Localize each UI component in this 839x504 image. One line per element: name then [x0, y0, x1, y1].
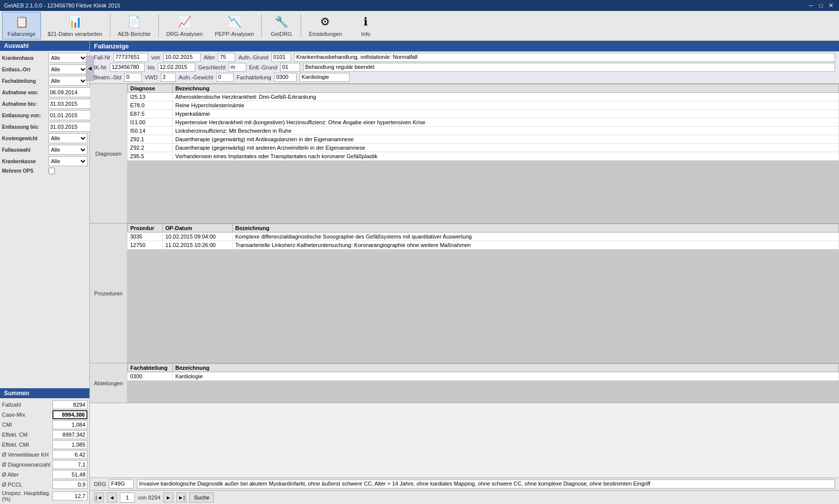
prozedur-text: Komplexe differenzialdiagnostische Sonog… [233, 233, 839, 241]
nav-last-btn[interactable]: ►| [176, 493, 186, 503]
of-total: von 8294 [138, 495, 160, 501]
table-row[interactable]: 0300Kardiologie [128, 372, 839, 381]
fallauswahl-select[interactable]: Alle [48, 145, 87, 155]
drg-label: DRG [94, 481, 106, 487]
diagnosen-col-code: Diagnose [128, 84, 173, 93]
nav-prev-btn[interactable]: ◄ [107, 493, 117, 503]
table-row[interactable]: I25.13Atherosklerotische Herzkrankheit: … [128, 93, 839, 101]
vwd-kh-label: Ø Verweildauer KH [2, 452, 49, 458]
unspez-row: Unspez. Hauptdiag. (%) [2, 490, 87, 502]
nav-first-btn[interactable]: |◄ [94, 493, 104, 503]
alter-sum-value[interactable] [52, 470, 87, 479]
beatm-std-value: 0 [124, 73, 142, 82]
window-controls[interactable]: ─ □ ✕ [807, 1, 835, 9]
diagnose-code: Z95.5 [128, 152, 173, 161]
toolbar-btn-fallanzeige[interactable]: 📋 Fallanzeige [2, 12, 41, 39]
diagnose-text: Reine Hypercholesterinämie [173, 101, 839, 110]
collapse-arrow[interactable]: ◄ [86, 56, 94, 81]
table-row[interactable]: Z95.5Vorhandensein eines Implantates ode… [128, 152, 839, 161]
toolbar-btn-einstellungen[interactable]: ⚙ Einstellungen [303, 12, 347, 39]
getdrg-icon: 🔧 [273, 14, 289, 29]
einstellungen-icon: ⚙ [317, 14, 333, 29]
table-row[interactable]: E78.0Reine Hypercholesterinämie [128, 101, 839, 110]
drg-row: DRG F49G Invasive kardiologische Diagnos… [90, 478, 839, 490]
diagnose-code: I50.14 [128, 127, 173, 135]
mehrere-ops-checkbox[interactable] [48, 168, 55, 174]
prozeduren-col-text: Bezeichnung [233, 224, 839, 233]
minimize-btn[interactable]: ─ [807, 1, 815, 9]
abteilung-text: Kardiologie [173, 372, 839, 381]
effekt-cm-value[interactable] [52, 430, 87, 439]
right-panel: Fallanzeige Fall-Nr 77737651 von 10.02.2… [90, 41, 839, 504]
aufn-grund-text: Krankenhausbehandlung, vollstationär: No… [294, 53, 835, 62]
search-button[interactable]: Suche [189, 493, 214, 503]
diagnose-text: Hyperkaliämie [173, 110, 839, 118]
fachabt-text: Kardiologie [300, 73, 350, 82]
diagnosen-content: Diagnose Bezeichnung I25.13Atherosklerot… [127, 84, 839, 223]
table-row[interactable]: Z92.2Dauertherapie (gegenwärtig) mit and… [128, 144, 839, 152]
fallzahl-label: Fallzahl [2, 402, 21, 408]
kostengewicht-select[interactable]: Alle [48, 133, 87, 143]
toolbar-btn-s21[interactable]: 📊 $21-Daten verarbeiten [42, 12, 107, 39]
table-row[interactable]: I50.14Linksherzinsuffizienz: Mit Beschwe… [128, 127, 839, 135]
kostengewicht-label: Kostengewicht [2, 136, 47, 141]
entlass-ort-label: Entlass.-Ort [2, 67, 47, 72]
entlass-ort-select[interactable]: Alle [48, 64, 87, 74]
diagnose-code: E87.5 [128, 110, 173, 118]
table-row[interactable]: 1275011.02.2015 10:26:00Transarterielle … [128, 241, 839, 250]
table-row[interactable]: E87.5Hyperkaliämie [128, 110, 839, 118]
krankenkasse-field: Krankenkasse Alle [2, 156, 87, 166]
sections-container: Diagnosen Diagnose Bezeichnung I25.13Ath… [90, 84, 839, 478]
pccl-value[interactable] [52, 480, 87, 489]
maximize-btn[interactable]: □ [817, 1, 825, 9]
pccl-label: Ø PCCL [2, 482, 22, 488]
kostengewicht-field: Kostengewicht Alle [2, 133, 87, 143]
bis-value: 12.02.2015 [158, 63, 195, 72]
krankenkasse-select[interactable]: Alle [48, 156, 87, 166]
table-row[interactable]: I11.00Hypertensive Herzkrankheit mit (ko… [128, 118, 839, 127]
prozeduren-col-code: Prozedur [128, 224, 163, 233]
toolbar-btn-info[interactable]: ℹ Info [348, 12, 383, 39]
vwd-kh-row: Ø Verweildauer KH [2, 450, 87, 459]
diagnosenzahl-value[interactable] [52, 460, 87, 469]
entlassung-bis-input[interactable] [48, 122, 91, 132]
fallauswahl-label: Fallauswahl [2, 147, 47, 153]
geschlecht-label: Geschlecht [198, 64, 226, 70]
prozeduren-col-datum: OP-Datum [163, 224, 233, 233]
effekt-cm-row: Effekt. CM [2, 430, 87, 439]
fallanzeige-section-header: Fallanzeige [90, 41, 839, 51]
nav-next-btn[interactable]: ► [163, 493, 173, 503]
fachabteilung-select[interactable]: Alle [48, 76, 87, 86]
fachabteilung-label: Fachabteilung [2, 78, 47, 84]
unspez-value[interactable] [52, 492, 87, 501]
toolbar-btn-aeb[interactable]: 📄 AEB-Berichte [112, 12, 156, 39]
vwd-kh-value[interactable] [52, 450, 87, 459]
alter-row: Ø Alter [2, 470, 87, 479]
info-label: Info [361, 31, 370, 37]
table-row[interactable]: 303510.02.2015 09:04:00Komplexe differen… [128, 233, 839, 241]
toolbar-btn-getdrg[interactable]: 🔧 GetDRG [264, 12, 299, 39]
von-value: 10.02.2015 [163, 53, 201, 62]
aufnahme-von-label: Aufnahme von: [2, 90, 47, 95]
toolbar-btn-drg[interactable]: 📈 DRG-Analysen [161, 12, 208, 39]
fallzahl-value[interactable] [52, 400, 87, 409]
cmi-row: CMI [2, 420, 87, 429]
casemix-value[interactable] [52, 410, 87, 419]
abteilungen-filler [127, 381, 839, 403]
bottom-bar: |◄ ◄ von 8294 ► ►| Suche [90, 490, 839, 504]
abteilungen-col-code: Fachabteilung [128, 364, 173, 372]
prozeduren-content: Prozedur OP-Datum Bezeichnung 303510.02.… [127, 224, 839, 363]
entlassung-von-input[interactable] [48, 110, 91, 120]
krankenhaus-select[interactable]: Alle [48, 53, 87, 63]
effekt-cmi-value[interactable] [52, 440, 87, 449]
page-number-input[interactable] [120, 493, 135, 503]
close-btn[interactable]: ✕ [827, 1, 835, 9]
summen-section: Fallzahl Case-Mix CMI Effekt. CM Effekt.… [0, 398, 89, 504]
aufnahme-bis-input[interactable] [48, 99, 91, 109]
diagnose-text: Atherosklerotische Herzkrankheit: Drei-G… [173, 93, 839, 101]
cmi-value[interactable] [52, 420, 87, 429]
aufnahme-von-input[interactable] [48, 87, 91, 97]
toolbar-sep-4 [301, 14, 301, 37]
toolbar-btn-pepp[interactable]: 📉 PEPP-Analysen [209, 12, 259, 39]
table-row[interactable]: Z92.1Dauertherapie (gegenwärtig) mit Ant… [128, 135, 839, 144]
